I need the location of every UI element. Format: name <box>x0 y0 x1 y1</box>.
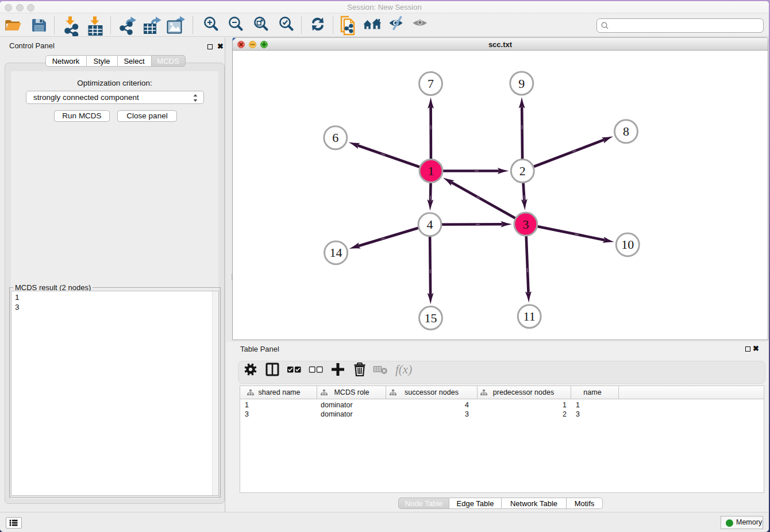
svg-text:14: 14 <box>330 245 342 260</box>
svg-text:4: 4 <box>427 217 433 232</box>
svg-text:9: 9 <box>518 76 525 91</box>
svg-text:3: 3 <box>522 217 529 232</box>
svg-text:7: 7 <box>428 76 434 91</box>
svg-text:8: 8 <box>623 124 629 138</box>
svg-text:15: 15 <box>425 311 437 325</box>
svg-text:1: 1 <box>428 164 434 178</box>
svg-text:10: 10 <box>621 237 634 252</box>
svg-text:11: 11 <box>523 309 536 323</box>
svg-text:6: 6 <box>332 130 338 145</box>
svg-text:2: 2 <box>519 164 526 178</box>
